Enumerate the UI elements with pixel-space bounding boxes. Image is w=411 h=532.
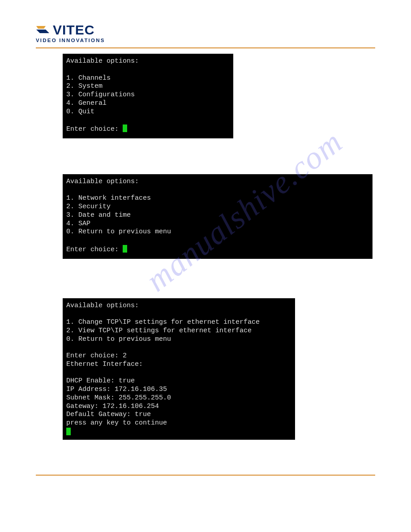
term3-out2: DHCP Enable: true <box>66 377 135 385</box>
term3-opt1: 2. View TCP\IP settings for ethernet int… <box>66 327 252 335</box>
term3-out5: Gateway: 172.16.106.254 <box>66 403 159 410</box>
cursor-icon <box>123 245 127 253</box>
term3-out4: Subnet Mask: 255.255.255.0 <box>66 394 171 402</box>
logo-icon <box>36 24 50 36</box>
brand-logo: VITEC VIDEO INNOVATIONS <box>36 23 105 43</box>
term1-opt4: 0. Quit <box>66 108 94 116</box>
term1-opt2: 3. Configurations <box>66 91 135 99</box>
term3-out0: Ethernet Interface: <box>66 360 143 368</box>
term1-opt1: 2. System <box>66 82 103 90</box>
term1-opt0: 1. Channels <box>66 74 111 82</box>
term2-header: Available options: <box>66 178 139 185</box>
term2-opt3: 4. SAP <box>66 220 90 227</box>
terminal-screenshot-1: Available options: 1. Channels 2. System… <box>63 54 233 138</box>
cursor-icon <box>66 428 71 435</box>
logo-text: VITEC <box>53 23 94 37</box>
term1-opt3: 4. General <box>66 99 107 107</box>
term2-opt4: 0. Return to previous menu <box>66 228 171 236</box>
term2-opt0: 1. Network interfaces <box>66 194 151 202</box>
term3-out7: press any key to continue <box>66 419 167 427</box>
term1-header: Available options: <box>66 57 139 65</box>
header-divider <box>36 47 375 48</box>
term3-out3: IP Address: 172.16.106.35 <box>66 386 167 393</box>
logo-tagline: VIDEO INNOVATIONS <box>36 38 105 43</box>
term3-header: Available options: <box>66 302 139 309</box>
cursor-icon <box>123 124 127 132</box>
term2-prompt: Enter choice: <box>66 246 123 253</box>
term3-prompt: Enter choice: <box>66 352 123 360</box>
term3-entered: 2 <box>123 352 127 360</box>
document-page: VITEC VIDEO INNOVATIONS manualshive.com … <box>0 0 411 507</box>
term1-prompt: Enter choice: <box>66 125 123 133</box>
term3-opt2: 0. Return to previous menu <box>66 335 171 343</box>
term2-opt2: 3. Date and time <box>66 211 131 219</box>
term3-out6: Default Gateway: true <box>66 411 151 418</box>
term3-opt0: 1. Change TCP\IP settings for ethernet i… <box>66 318 260 326</box>
term2-opt1: 2. Security <box>66 203 111 210</box>
terminal-screenshot-3: Available options: 1. Change TCP\IP sett… <box>63 298 295 440</box>
terminal-screenshot-2: Available options: 1. Network interfaces… <box>63 174 372 259</box>
